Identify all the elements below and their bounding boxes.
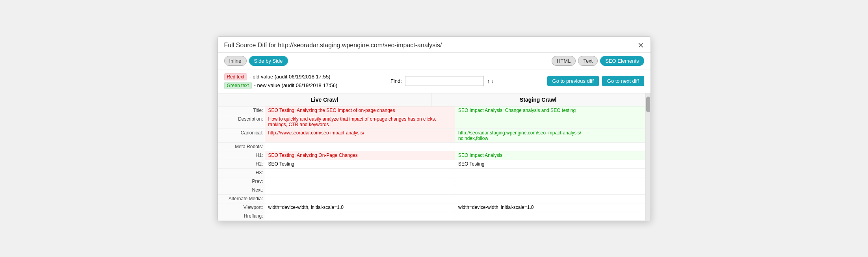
live-value <box>265 195 455 203</box>
row-label: H1: <box>218 151 265 160</box>
modal-title: Full Source Diff for http://seoradar.sta… <box>224 42 442 49</box>
close-button[interactable]: ✕ <box>638 41 644 49</box>
staging-value <box>455 115 645 128</box>
find-label: Find: <box>390 78 402 84</box>
table-row: Next: <box>218 186 645 195</box>
legend-green-item: Green text - new value (audit 06/19/2018… <box>224 82 338 89</box>
live-value <box>265 169 455 177</box>
inline-button[interactable]: Inline <box>224 56 247 66</box>
live-crawl-header: Live Crawl <box>218 93 432 106</box>
scrollbar-thumb <box>646 97 650 112</box>
table-row: Prev: <box>218 177 645 186</box>
row-label: Viewport: <box>218 203 265 212</box>
table-row: H1:SEO Testing: Analyzing On-Page Change… <box>218 151 645 160</box>
find-arrows[interactable]: ↑ ↓ <box>487 78 494 84</box>
table-row: H2:SEO TestingSEO Testing <box>218 160 645 169</box>
staging-value <box>455 169 645 177</box>
modal-header: Full Source Diff for http://seoradar.sta… <box>218 37 651 53</box>
legend-section: Red text - old value (audit 06/19/2018 1… <box>218 69 651 93</box>
red-desc: - old value (audit 06/19/2018 17:55) <box>249 74 330 80</box>
row-label: Description: <box>218 115 265 128</box>
staging-value <box>455 186 645 194</box>
live-value <box>265 212 455 220</box>
row-label: Prev: <box>218 177 265 186</box>
toolbar: Inline Side by Side HTML Text SEO Elemen… <box>218 53 651 69</box>
diff-modal: Full Source Diff for http://seoradar.sta… <box>217 36 651 221</box>
html-button[interactable]: HTML <box>552 56 576 66</box>
table-row: Title:SEO Testing: Analyzing the SEO Imp… <box>218 106 645 115</box>
live-value <box>265 186 455 194</box>
staging-crawl-header: Staging Crawl <box>431 93 645 106</box>
table-row: Description:How to quickly and easily an… <box>218 115 645 129</box>
table-row: Alternate Media: <box>218 195 645 203</box>
diff-headers: Live Crawl Staging Crawl <box>218 93 645 106</box>
row-label: Alternate Media: <box>218 195 265 203</box>
legend-left: Red text - old value (audit 06/19/2018 1… <box>224 73 338 89</box>
green-desc: - new value (audit 06/19/2018 17:56) <box>254 82 338 88</box>
row-label: Meta Robots: <box>218 143 265 151</box>
diff-rows: Title:SEO Testing: Analyzing the SEO Imp… <box>218 106 645 221</box>
row-label: H3: <box>218 169 265 177</box>
staging-value <box>455 177 645 186</box>
diff-content: Live Crawl Staging Crawl Title:SEO Testi… <box>218 93 651 221</box>
row-label: Next: <box>218 186 265 194</box>
find-input[interactable] <box>405 76 484 86</box>
live-value: width=device-width, initial-scale=1.0 <box>265 203 455 212</box>
side-by-side-button[interactable]: Side by Side <box>249 56 288 66</box>
table-row: Meta Robots: <box>218 143 645 151</box>
row-label: H2: <box>218 160 265 168</box>
go-next-button[interactable]: Go to next diff <box>602 76 644 86</box>
staging-value <box>455 143 645 151</box>
nav-buttons: Go to previous diff Go to next diff <box>547 76 644 86</box>
table-row: H3: <box>218 169 645 177</box>
table-row: Viewport:width=device-width, initial-sca… <box>218 203 645 212</box>
toolbar-left: Inline Side by Side <box>224 56 288 66</box>
staging-value: SEO Impact Analysis: Change analysis and… <box>455 106 645 115</box>
legend-red-item: Red text - old value (audit 06/19/2018 1… <box>224 73 338 80</box>
staging-value: http://seoradar.staging.wpengine.com/seo… <box>455 129 645 142</box>
red-badge: Red text <box>224 73 247 80</box>
live-value: http://www.seoradar.com/seo-impact-analy… <box>265 129 455 142</box>
staging-value: SEO Testing <box>455 160 645 168</box>
toolbar-right: HTML Text SEO Elements <box>552 56 644 66</box>
row-label: Title: <box>218 106 265 115</box>
staging-value <box>455 195 645 203</box>
live-value: SEO Testing <box>265 160 455 168</box>
go-prev-button[interactable]: Go to previous diff <box>547 76 599 86</box>
live-value: SEO Testing: Analyzing the SEO Impact of… <box>265 106 455 115</box>
live-value <box>265 143 455 151</box>
scrollbar[interactable] <box>645 93 651 221</box>
seo-elements-button[interactable]: SEO Elements <box>600 56 644 66</box>
green-badge: Green text <box>224 82 252 89</box>
find-section: Find: ↑ ↓ <box>390 76 494 86</box>
row-label: Hreflang: <box>218 212 265 220</box>
live-value <box>265 177 455 186</box>
live-value: How to quickly and easily analyze that i… <box>265 115 455 128</box>
staging-value <box>455 212 645 220</box>
table-row: Hreflang: <box>218 212 645 221</box>
row-label: Canonical: <box>218 129 265 142</box>
staging-value: SEO Impact Analysis <box>455 151 645 160</box>
staging-value: width=device-width, initial-scale=1.0 <box>455 203 645 212</box>
diff-main: Live Crawl Staging Crawl Title:SEO Testi… <box>218 93 645 221</box>
table-row: Canonical:http://www.seoradar.com/seo-im… <box>218 129 645 143</box>
text-button[interactable]: Text <box>578 56 598 66</box>
live-value: SEO Testing: Analyzing On-Page Changes <box>265 151 455 160</box>
